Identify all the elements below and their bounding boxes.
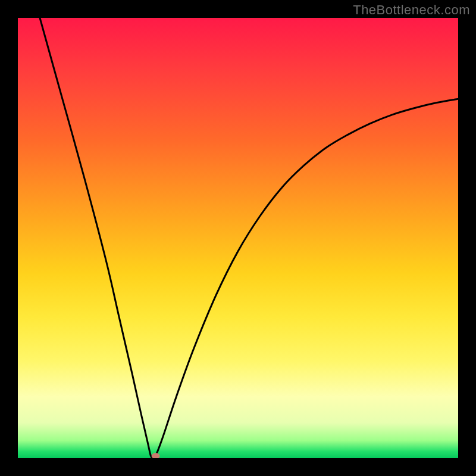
curve-svg	[18, 18, 458, 458]
curve-left	[40, 18, 154, 458]
chart-frame: TheBottleneck.com	[0, 0, 476, 476]
curve-right	[154, 99, 458, 458]
attribution-text: TheBottleneck.com	[353, 2, 470, 18]
minimum-marker	[152, 453, 160, 458]
plot-area	[18, 18, 458, 458]
